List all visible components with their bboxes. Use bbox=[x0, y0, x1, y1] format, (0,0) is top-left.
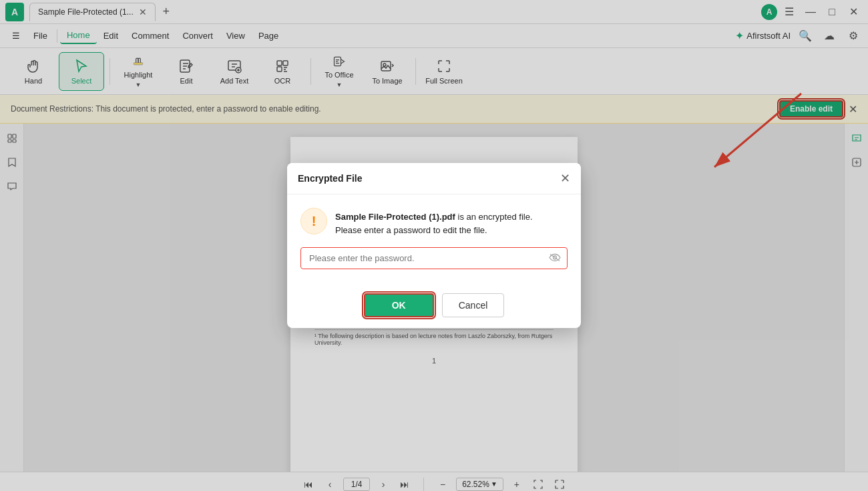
password-input[interactable] bbox=[300, 247, 568, 269]
encrypted-file-dialog: Encrypted File ✕ ! Sample File-Protected… bbox=[287, 163, 581, 328]
ok-btn[interactable]: OK bbox=[364, 293, 434, 317]
arrow-svg bbox=[694, 80, 815, 187]
password-input-wrapper bbox=[300, 247, 568, 269]
warning-section: ! Sample File-Protected (1).pdf is an en… bbox=[300, 208, 568, 236]
dialog-footer: OK Cancel bbox=[287, 283, 581, 328]
dialog-title: Encrypted File bbox=[298, 173, 362, 184]
warning-filename: Sample File-Protected (1).pdf bbox=[335, 212, 455, 222]
warning-text: Sample File-Protected (1).pdf is an encr… bbox=[335, 208, 533, 236]
warning-icon: ! bbox=[300, 208, 327, 234]
red-arrow-annotation bbox=[694, 80, 815, 189]
toggle-password-icon[interactable] bbox=[549, 253, 561, 264]
dialog-body: ! Sample File-Protected (1).pdf is an en… bbox=[287, 194, 581, 283]
dialog-header: Encrypted File ✕ bbox=[287, 163, 581, 194]
dialog-close-btn[interactable]: ✕ bbox=[560, 171, 570, 186]
modal-overlay: Encrypted File ✕ ! Sample File-Protected… bbox=[0, 0, 868, 491]
cancel-btn[interactable]: Cancel bbox=[442, 293, 505, 317]
